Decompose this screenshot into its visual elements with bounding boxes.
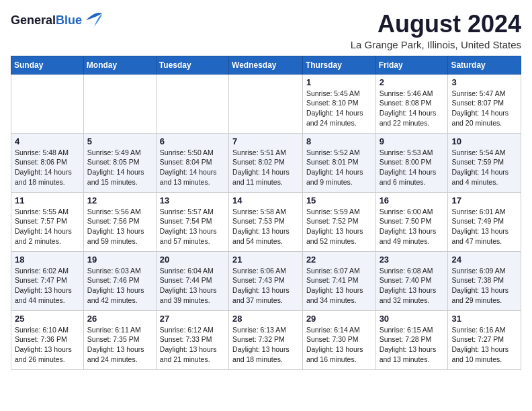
day-info: Sunrise: 6:16 AM Sunset: 7:27 PM Dayligh… — [451, 325, 517, 365]
day-number: 17 — [451, 195, 517, 205]
calendar-cell: 13Sunrise: 5:57 AM Sunset: 7:54 PM Dayli… — [156, 192, 228, 251]
calendar-cell: 15Sunrise: 5:59 AM Sunset: 7:52 PM Dayli… — [302, 192, 375, 251]
day-number: 31 — [451, 314, 517, 324]
day-number: 5 — [87, 136, 152, 146]
day-info: Sunrise: 5:54 AM Sunset: 7:59 PM Dayligh… — [451, 148, 517, 187]
month-title: August 2024 — [351, 11, 521, 38]
calendar-cell: 1Sunrise: 5:45 AM Sunset: 8:10 PM Daylig… — [302, 74, 375, 133]
calendar-cell: 5Sunrise: 5:49 AM Sunset: 8:05 PM Daylig… — [83, 133, 156, 192]
day-number: 29 — [306, 314, 372, 324]
day-number: 30 — [380, 314, 445, 324]
header-saturday: Saturday — [448, 56, 521, 74]
header-sunday: Sunday — [11, 56, 84, 74]
location: La Grange Park, Illinois, United States — [351, 39, 521, 50]
calendar-cell: 2Sunrise: 5:46 AM Sunset: 8:08 PM Daylig… — [375, 74, 448, 133]
calendar-cell: 3Sunrise: 5:47 AM Sunset: 8:07 PM Daylig… — [448, 74, 521, 133]
calendar-cell: 25Sunrise: 6:10 AM Sunset: 7:36 PM Dayli… — [11, 310, 84, 369]
calendar-cell — [156, 74, 228, 133]
week-row-4: 25Sunrise: 6:10 AM Sunset: 7:36 PM Dayli… — [11, 310, 521, 369]
calendar-cell: 20Sunrise: 6:04 AM Sunset: 7:44 PM Dayli… — [156, 251, 228, 310]
calendar-cell: 22Sunrise: 6:07 AM Sunset: 7:41 PM Dayli… — [302, 251, 375, 310]
day-info: Sunrise: 6:04 AM Sunset: 7:44 PM Dayligh… — [160, 266, 225, 306]
day-info: Sunrise: 5:45 AM Sunset: 8:10 PM Dayligh… — [306, 89, 372, 128]
calendar-cell: 30Sunrise: 6:15 AM Sunset: 7:28 PM Dayli… — [375, 310, 448, 369]
day-number: 4 — [15, 136, 80, 146]
day-number: 25 — [15, 314, 80, 324]
day-info: Sunrise: 6:01 AM Sunset: 7:49 PM Dayligh… — [451, 207, 517, 246]
logo-bird-icon — [83, 11, 105, 30]
calendar-cell: 21Sunrise: 6:06 AM Sunset: 7:43 PM Dayli… — [229, 251, 303, 310]
day-number: 1 — [306, 77, 372, 87]
day-info: Sunrise: 5:49 AM Sunset: 8:05 PM Dayligh… — [87, 148, 152, 187]
day-info: Sunrise: 6:00 AM Sunset: 7:50 PM Dayligh… — [380, 207, 445, 246]
day-number: 14 — [232, 195, 299, 205]
day-info: Sunrise: 6:13 AM Sunset: 7:32 PM Dayligh… — [232, 325, 299, 365]
calendar-table: SundayMondayTuesdayWednesdayThursdayFrid… — [11, 56, 521, 370]
day-number: 20 — [160, 255, 225, 265]
calendar-cell: 12Sunrise: 5:56 AM Sunset: 7:56 PM Dayli… — [83, 192, 156, 251]
day-info: Sunrise: 5:56 AM Sunset: 7:56 PM Dayligh… — [87, 207, 152, 246]
calendar-cell: 18Sunrise: 6:02 AM Sunset: 7:47 PM Dayli… — [11, 251, 84, 310]
header-monday: Monday — [83, 56, 156, 74]
day-info: Sunrise: 5:57 AM Sunset: 7:54 PM Dayligh… — [160, 207, 225, 246]
calendar-cell: 27Sunrise: 6:12 AM Sunset: 7:33 PM Dayli… — [156, 310, 228, 369]
logo: GeneralBlue — [11, 11, 105, 30]
day-number: 12 — [87, 195, 152, 205]
day-info: Sunrise: 5:50 AM Sunset: 8:04 PM Dayligh… — [160, 148, 225, 187]
calendar-cell: 28Sunrise: 6:13 AM Sunset: 7:32 PM Dayli… — [229, 310, 303, 369]
page-header: GeneralBlue August 2024 La Grange Park, … — [11, 11, 521, 50]
calendar-cell: 14Sunrise: 5:58 AM Sunset: 7:53 PM Dayli… — [229, 192, 303, 251]
calendar-cell: 26Sunrise: 6:11 AM Sunset: 7:35 PM Dayli… — [83, 310, 156, 369]
calendar-cell — [11, 74, 84, 133]
header-thursday: Thursday — [302, 56, 375, 74]
day-number: 11 — [15, 195, 80, 205]
day-number: 22 — [306, 255, 372, 265]
day-number: 7 — [232, 136, 299, 146]
calendar-cell: 31Sunrise: 6:16 AM Sunset: 7:27 PM Dayli… — [448, 310, 521, 369]
day-info: Sunrise: 6:02 AM Sunset: 7:47 PM Dayligh… — [15, 266, 80, 306]
calendar-cell: 8Sunrise: 5:52 AM Sunset: 8:01 PM Daylig… — [302, 133, 375, 192]
day-info: Sunrise: 6:09 AM Sunset: 7:38 PM Dayligh… — [451, 266, 517, 306]
calendar-cell: 6Sunrise: 5:50 AM Sunset: 8:04 PM Daylig… — [156, 133, 228, 192]
day-number: 26 — [87, 314, 152, 324]
day-number: 9 — [380, 136, 445, 146]
day-info: Sunrise: 5:53 AM Sunset: 8:00 PM Dayligh… — [380, 148, 445, 187]
day-number: 10 — [451, 136, 517, 146]
calendar-cell: 9Sunrise: 5:53 AM Sunset: 8:00 PM Daylig… — [375, 133, 448, 192]
header-wednesday: Wednesday — [229, 56, 303, 74]
day-number: 15 — [306, 195, 372, 205]
day-info: Sunrise: 5:48 AM Sunset: 8:06 PM Dayligh… — [15, 148, 80, 187]
day-number: 3 — [451, 77, 517, 87]
calendar-cell — [83, 74, 156, 133]
day-info: Sunrise: 6:15 AM Sunset: 7:28 PM Dayligh… — [380, 325, 445, 365]
calendar-cell: 16Sunrise: 6:00 AM Sunset: 7:50 PM Dayli… — [375, 192, 448, 251]
day-info: Sunrise: 6:08 AM Sunset: 7:40 PM Dayligh… — [380, 266, 445, 306]
day-info: Sunrise: 6:11 AM Sunset: 7:35 PM Dayligh… — [87, 325, 152, 365]
calendar-cell — [229, 74, 303, 133]
day-info: Sunrise: 5:46 AM Sunset: 8:08 PM Dayligh… — [380, 89, 445, 128]
calendar-cell: 29Sunrise: 6:14 AM Sunset: 7:30 PM Dayli… — [302, 310, 375, 369]
header-friday: Friday — [375, 56, 448, 74]
day-info: Sunrise: 5:52 AM Sunset: 8:01 PM Dayligh… — [306, 148, 372, 187]
week-row-0: 1Sunrise: 5:45 AM Sunset: 8:10 PM Daylig… — [11, 74, 521, 133]
day-number: 24 — [451, 255, 517, 265]
day-info: Sunrise: 5:55 AM Sunset: 7:57 PM Dayligh… — [15, 207, 80, 246]
day-info: Sunrise: 6:07 AM Sunset: 7:41 PM Dayligh… — [306, 266, 372, 306]
day-info: Sunrise: 6:06 AM Sunset: 7:43 PM Dayligh… — [232, 266, 299, 306]
day-number: 28 — [232, 314, 299, 324]
day-info: Sunrise: 6:12 AM Sunset: 7:33 PM Dayligh… — [160, 325, 225, 365]
week-row-3: 18Sunrise: 6:02 AM Sunset: 7:47 PM Dayli… — [11, 251, 521, 310]
header-row: SundayMondayTuesdayWednesdayThursdayFrid… — [11, 56, 521, 74]
logo-general: General — [11, 13, 56, 27]
calendar-cell: 24Sunrise: 6:09 AM Sunset: 7:38 PM Dayli… — [448, 251, 521, 310]
day-info: Sunrise: 5:59 AM Sunset: 7:52 PM Dayligh… — [306, 207, 372, 246]
title-block: August 2024 La Grange Park, Illinois, Un… — [351, 11, 521, 50]
week-row-1: 4Sunrise: 5:48 AM Sunset: 8:06 PM Daylig… — [11, 133, 521, 192]
day-number: 13 — [160, 195, 225, 205]
day-number: 27 — [160, 314, 225, 324]
day-info: Sunrise: 6:03 AM Sunset: 7:46 PM Dayligh… — [87, 266, 152, 306]
day-number: 16 — [380, 195, 445, 205]
calendar-cell: 17Sunrise: 6:01 AM Sunset: 7:49 PM Dayli… — [448, 192, 521, 251]
calendar-cell: 11Sunrise: 5:55 AM Sunset: 7:57 PM Dayli… — [11, 192, 84, 251]
day-info: Sunrise: 5:58 AM Sunset: 7:53 PM Dayligh… — [232, 207, 299, 246]
